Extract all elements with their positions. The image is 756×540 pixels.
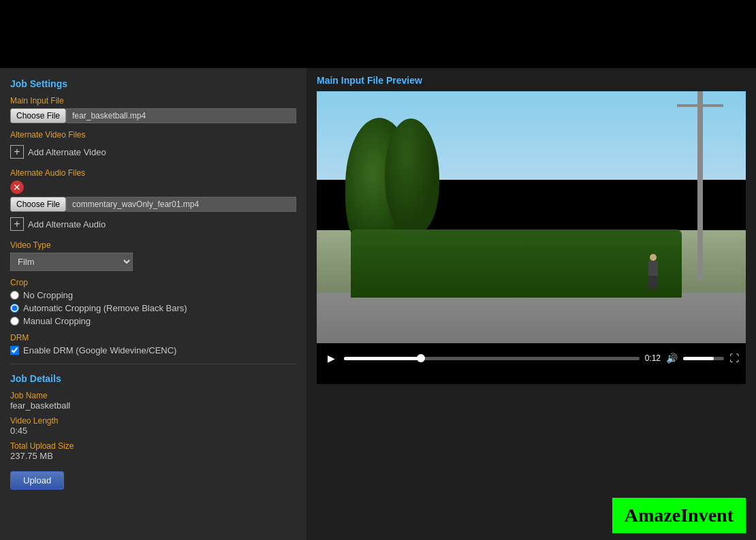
left-panel: Job Settings Main Input File Choose File… — [0, 68, 306, 540]
add-audio-icon: + — [10, 217, 24, 231]
job-details-title: Job Details — [10, 373, 296, 384]
drm-checkbox-label: Enable DRM (Google Widevine/CENC) — [23, 345, 176, 355]
video-length-value: 0:45 — [10, 426, 296, 436]
alternate-audio-label: Alternate Audio Files — [10, 168, 296, 178]
job-name-label: Job Name — [10, 391, 296, 400]
job-settings-title: Job Settings — [10, 78, 296, 89]
alternate-video-label: Alternate Video Files — [10, 130, 296, 140]
preview-title: Main Input File Preview — [317, 75, 746, 86]
remove-audio-icon[interactable]: ✕ — [10, 180, 24, 194]
progress-fill — [344, 357, 421, 360]
time-display: 0:12 — [645, 353, 661, 363]
drm-label: DRM — [10, 333, 296, 343]
video-container: ▶ 0:12 🔊 ⛶ — [317, 91, 746, 384]
amazeinvent-badge: AmazeInvent — [612, 498, 746, 533]
main-file-name: fear_basketball.mp4 — [66, 108, 296, 123]
video-scene — [317, 91, 746, 343]
scene-hedge — [351, 229, 681, 298]
play-button[interactable]: ▶ — [324, 351, 338, 366]
progress-thumb — [417, 354, 425, 362]
crop-manual-option[interactable]: Manual Cropping — [10, 316, 296, 326]
job-details-section: Job Details Job Name fear_basketball Vid… — [10, 364, 296, 490]
scene-person — [646, 254, 660, 288]
scene-pole — [697, 91, 703, 281]
upload-button[interactable]: Upload — [10, 471, 64, 490]
top-bar — [0, 0, 756, 68]
volume-icon[interactable]: 🔊 — [666, 353, 678, 364]
video-length-label: Video Length — [10, 416, 296, 426]
progress-bar[interactable] — [344, 357, 640, 360]
scene-road — [317, 293, 746, 343]
audio-choose-file-button[interactable]: Choose File — [10, 197, 66, 212]
add-alternate-audio-button[interactable]: + Add Alternate Audio — [10, 215, 296, 234]
add-alternate-video-button[interactable]: + Add Alternate Video — [10, 142, 296, 161]
volume-fill — [683, 357, 714, 360]
main-choose-file-button[interactable]: Choose File — [10, 108, 66, 123]
job-name-value: fear_basketball — [10, 400, 296, 411]
volume-bar[interactable] — [683, 357, 724, 360]
audio-file-name: commentary_wavOnly_fear01.mp4 — [66, 197, 296, 212]
crop-auto-option[interactable]: Automatic Cropping (Remove Black Bars) — [10, 303, 296, 313]
main-input-file-label: Main Input File — [10, 96, 296, 106]
video-type-label: Video Type — [10, 240, 296, 250]
drm-checkbox[interactable] — [10, 346, 19, 355]
add-video-icon: + — [10, 145, 24, 159]
crop-label: Crop — [10, 278, 296, 287]
fullscreen-button[interactable]: ⛶ — [729, 353, 739, 364]
drm-checkbox-item[interactable]: Enable DRM (Google Widevine/CENC) — [10, 345, 296, 355]
total-upload-size-value: 237.75 MB — [10, 451, 296, 461]
total-upload-size-label: Total Upload Size — [10, 441, 296, 451]
right-panel: Main Input File Preview — [306, 68, 756, 540]
crop-none-option[interactable]: No Cropping — [10, 290, 296, 300]
job-settings-section: Job Settings Main Input File Choose File… — [10, 78, 296, 355]
video-type-select[interactable]: Film TV Show Sports Animation — [10, 253, 133, 271]
video-controls: ▶ 0:12 🔊 ⛶ — [317, 343, 746, 373]
